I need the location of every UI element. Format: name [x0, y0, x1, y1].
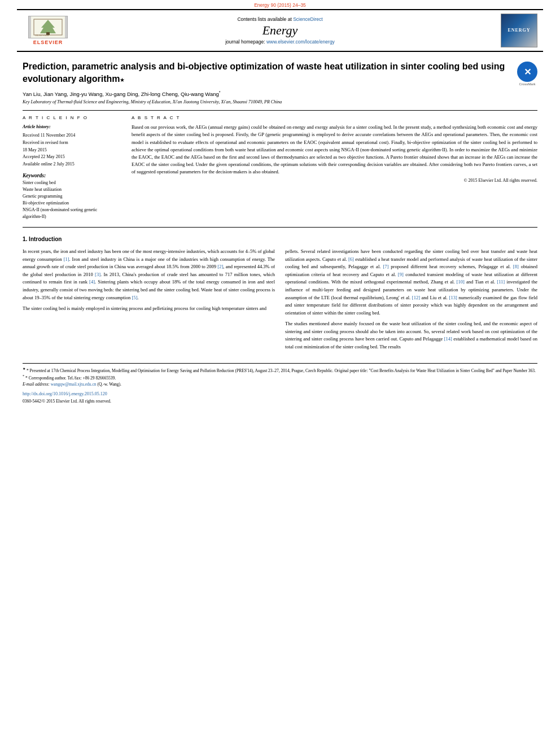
ref-2: [2] — [217, 264, 223, 269]
article-info-heading: A R T I C L E I N F O — [23, 115, 121, 120]
footnote-1: ★ * Presented at 17th Chemical Process I… — [23, 366, 537, 374]
article-title-text: Prediction, parametric analysis and bi-o… — [23, 62, 505, 84]
history-item-4: Available online 2 July 2015 — [23, 161, 121, 168]
footnote-1-text: * Presented at 17th Chemical Process Int… — [27, 368, 536, 373]
article-info-col: A R T I C L E I N F O Article history: R… — [23, 115, 121, 220]
citation-bar: Energy 90 (2015) 24–35 — [0, 0, 560, 9]
svg-text:ELSEVIER: ELSEVIER — [36, 34, 49, 37]
homepage-label: journal homepage: — [225, 39, 265, 45]
footnote-email: E-mail address: wangqw@mail.xjtu.edu.cn … — [23, 381, 537, 387]
keyword-1: Waste heat utilization — [23, 186, 121, 193]
issn-text: 0360-5442/© 2015 Elsevier Ltd. All right… — [23, 399, 111, 404]
history-item-3: Accepted 22 May 2015 — [23, 154, 121, 161]
authors-text: Yan Liu, Jian Yang, Jing-yu Wang, Xu-gan… — [23, 91, 219, 97]
body-content: 1. Introduction In recent years, the iro… — [23, 236, 537, 355]
article-history: Article history: Received 11 November 20… — [23, 124, 121, 168]
elsevier-text: ELSEVIER — [33, 40, 63, 45]
divider-2 — [23, 227, 537, 228]
title-star: ★ — [120, 77, 125, 83]
footnote-2-text: * Corresponding author. Tel./fax: +86 29… — [25, 375, 116, 381]
ref-9: [9] — [398, 272, 404, 277]
article-info-abstract: A R T I C L E I N F O Article history: R… — [23, 115, 537, 220]
authors-line: Yan Liu, Jian Yang, Jing-yu Wang, Xu-gan… — [23, 90, 537, 97]
title-section: Prediction, parametric analysis and bi-o… — [23, 60, 537, 86]
ref-4: [4] — [89, 279, 95, 285]
history-item-2: 18 May 2015 — [23, 147, 121, 154]
elsevier-branding: ELSEVIER ELSEVIER — [23, 16, 73, 45]
body-col-left: In recent years, the iron and steel indu… — [23, 248, 275, 355]
keywords-label: Keywords: — [23, 173, 121, 178]
science-direct-link[interactable]: ScienceDirect — [293, 16, 322, 22]
ref-5: [5] — [132, 295, 137, 300]
homepage-link[interactable]: www.elsevier.com/locate/energy — [266, 39, 335, 45]
journal-center: Contents lists available at ScienceDirec… — [73, 16, 487, 45]
ref-7: [7] — [383, 264, 388, 269]
affiliation: Key Laboratory of Thermal-fluid Science … — [23, 99, 537, 104]
journal-header: ELSEVIER ELSEVIER Contents lists availab… — [17, 9, 543, 52]
abstract-col: A B S T R A C T Based on our previous wo… — [132, 115, 537, 220]
elsevier-logo-image: ELSEVIER — [28, 16, 68, 38]
ref-6: [6] — [348, 256, 354, 262]
copyright-line: © 2015 Elsevier Ltd. All rights reserved… — [132, 178, 537, 183]
ref-12: [12] — [412, 295, 420, 300]
elsevier-logo: ELSEVIER ELSEVIER — [23, 16, 73, 45]
footnote-2: * * Corresponding author. Tel./fax: +86 … — [23, 373, 537, 381]
ref-3: [3] — [95, 272, 100, 277]
crossmark-icon: ✕ — [517, 62, 537, 82]
ref-11: [11] — [497, 279, 505, 285]
footnote-area: ★ * Presented at 17th Chemical Process I… — [23, 363, 537, 388]
divider-1 — [23, 110, 537, 111]
intro-para-right-1: pellets. Several related investigations … — [285, 248, 537, 317]
ref-14: [14] — [444, 336, 452, 342]
crossmark-badge: ✕ CrossMark — [517, 62, 537, 86]
intro-para-right-2: The studies mentioned above mainly focus… — [285, 320, 537, 351]
abstract-heading: A B S T R A C T — [132, 115, 537, 120]
crossmark-label: CrossMark — [517, 82, 537, 86]
email-suffix: (Q.-w. Wang). — [97, 382, 121, 387]
issn-area: 0360-5442/© 2015 Elsevier Ltd. All right… — [23, 398, 537, 404]
journal-thumb-area: ENERGY — [487, 14, 537, 47]
body-col-right: pellets. Several related investigations … — [285, 248, 537, 355]
journal-thumbnail: ENERGY — [501, 14, 537, 47]
page-wrapper: Energy 90 (2015) 24–35 ELSEVIER — [0, 0, 560, 747]
doi-link[interactable]: http://dx.doi.org/10.1016/j.energy.2015.… — [23, 391, 107, 396]
keyword-2: Genetic programming — [23, 193, 121, 200]
article-content: Prediction, parametric analysis and bi-o… — [0, 52, 560, 409]
ref-13: [13] — [449, 295, 457, 300]
ref-8: [8] — [513, 264, 519, 269]
history-item-0: Received 11 November 2014 — [23, 132, 121, 139]
ref-10: [10] — [457, 279, 465, 285]
intro-heading: 1. Introduction — [23, 236, 537, 242]
history-label: Article history: — [23, 124, 121, 131]
keyword-0: Sinter cooling bed — [23, 180, 121, 186]
abstract-text: Based on our previous work, the AEGs (an… — [132, 124, 537, 176]
keywords-section: Keywords: Sinter cooling bed Waste heat … — [23, 173, 121, 220]
doi-area: http://dx.doi.org/10.1016/j.energy.2015.… — [23, 391, 537, 396]
science-direct-text: Contents lists available at ScienceDirec… — [73, 16, 487, 22]
ref-1: [1] — [64, 256, 69, 262]
keyword-3: Bi-objective optimization — [23, 200, 121, 207]
keyword-5: algorithm-II) — [23, 213, 121, 220]
author-star: * — [219, 90, 221, 94]
keyword-4: NSGA-II (non-dominated sorting genetic — [23, 207, 121, 213]
article-title: Prediction, parametric analysis and bi-o… — [23, 60, 511, 85]
email-link[interactable]: wangqw@mail.xjtu.edu.cn — [51, 382, 97, 387]
intro-para-1: In recent years, the iron and steel indu… — [23, 248, 275, 302]
science-direct-label: Contents lists available at — [237, 16, 293, 22]
history-item-1: Received in revised form — [23, 139, 121, 147]
homepage-line: journal homepage: www.elsevier.com/locat… — [73, 39, 487, 45]
citation-text: Energy 90 (2015) 24–35 — [254, 2, 306, 8]
intro-para-2: The sinter cooling bed is mainly employe… — [23, 305, 275, 313]
journal-name: Energy — [73, 23, 487, 38]
body-two-col: In recent years, the iron and steel indu… — [23, 248, 537, 355]
